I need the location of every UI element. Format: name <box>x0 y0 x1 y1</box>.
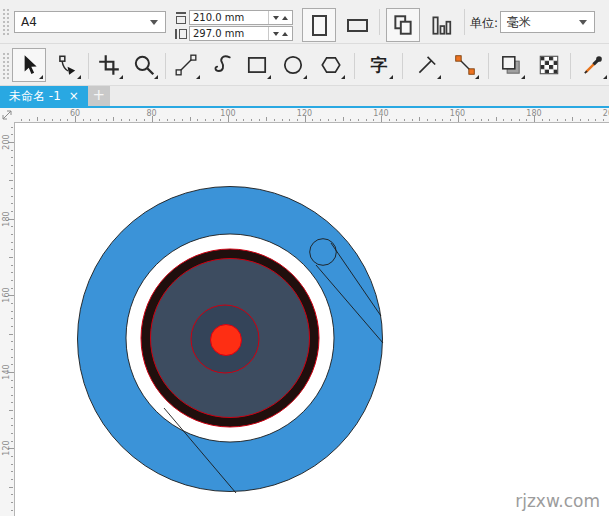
flyout-indicator-icon <box>39 75 43 79</box>
tab-close-icon[interactable]: × <box>69 90 79 102</box>
spinner-down-icon[interactable] <box>273 16 279 20</box>
ellipse-icon <box>281 53 305 77</box>
b-spline-tool-button[interactable] <box>204 48 238 82</box>
landscape-orientation-button[interactable] <box>340 8 374 42</box>
document-tab-active[interactable]: 未命名 -1 × <box>0 86 88 106</box>
portrait-icon <box>312 15 327 36</box>
units-label: 单位: <box>470 15 498 32</box>
current-page-size-button[interactable] <box>424 8 458 42</box>
document-tab-bar: 未命名 -1 × + <box>0 86 609 108</box>
portrait-orientation-button[interactable] <box>302 8 336 42</box>
all-pages-size-button[interactable] <box>386 8 420 42</box>
pick-arrow-icon <box>17 53 41 77</box>
flyout-indicator-icon <box>196 75 200 79</box>
paper-height-field[interactable]: 297.0 mm <box>189 26 293 41</box>
paper-width-value: 210.0 mm <box>190 12 268 23</box>
overlapping-pages-icon <box>391 13 415 37</box>
parallel-dimension-tool-button[interactable] <box>410 48 444 82</box>
polygon-icon <box>319 53 343 77</box>
dimension-line-icon <box>415 53 439 77</box>
paper-height-icon <box>175 28 187 40</box>
magnifier-icon <box>132 53 156 77</box>
pick-tool-button[interactable] <box>12 48 46 82</box>
straight-line-connector-tool-button[interactable] <box>448 48 482 82</box>
artwork[interactable] <box>15 123 609 516</box>
paper-width-spinner[interactable] <box>268 11 292 24</box>
flyout-indicator-icon <box>119 75 123 79</box>
checkerboard-icon <box>537 53 561 77</box>
flyout-indicator-icon <box>603 75 607 79</box>
drop-shadow-tool-button[interactable] <box>494 48 528 82</box>
paper-width-field[interactable]: 210.0 mm <box>189 10 293 25</box>
flyout-indicator-icon <box>437 75 441 79</box>
toolbar-grip[interactable] <box>2 8 10 36</box>
units-value: 毫米 <box>501 14 579 31</box>
transparency-tool-button[interactable] <box>532 48 566 82</box>
flyout-indicator-icon <box>267 75 271 79</box>
toolbar-grip[interactable] <box>2 52 10 80</box>
flyout-indicator-icon <box>341 75 345 79</box>
rectangle-icon <box>245 53 269 77</box>
paper-height-value: 297.0 mm <box>190 28 268 39</box>
color-eyedropper-tool-button[interactable] <box>576 48 609 82</box>
flyout-indicator-icon <box>303 75 307 79</box>
b-spline-icon <box>209 53 233 77</box>
spinner-down-icon[interactable] <box>273 32 279 36</box>
shape-tool-button[interactable] <box>50 48 84 82</box>
paper-height-spinner[interactable] <box>268 27 292 40</box>
text-tool-button[interactable]: 字 <box>362 48 396 82</box>
flyout-indicator-icon <box>521 75 525 79</box>
drawing-canvas[interactable]: rjzxw.com <box>14 122 609 516</box>
page-bars-icon <box>429 13 453 37</box>
crop-tool-button[interactable] <box>92 48 126 82</box>
crop-icon <box>97 53 121 77</box>
freehand-tool-button[interactable] <box>169 48 203 82</box>
flyout-indicator-icon <box>154 75 158 79</box>
new-document-tab-button[interactable]: + <box>88 86 110 106</box>
spinner-up-icon[interactable] <box>282 32 288 36</box>
landscape-icon <box>347 19 368 32</box>
chevron-down-icon <box>579 20 587 25</box>
text-tool-glyph: 字 <box>371 54 388 77</box>
toolbox: 字 <box>0 44 609 86</box>
paper-width-icon <box>175 12 187 24</box>
horizontal-ruler[interactable]: 6080100120140160180200 <box>14 108 609 122</box>
freehand-line-icon <box>174 53 198 77</box>
flyout-indicator-icon <box>475 75 479 79</box>
workspace: 6080100120140160180200 20018016014012010… <box>0 108 609 516</box>
vertical-ruler[interactable]: 200180160140120100 <box>0 122 14 516</box>
document-tab-title: 未命名 -1 <box>9 88 61 105</box>
ellipse-tool-button[interactable] <box>276 48 310 82</box>
flyout-indicator-icon <box>389 75 393 79</box>
connector-line-icon <box>453 53 477 77</box>
polygon-tool-button[interactable] <box>314 48 348 82</box>
ruler-origin-corner[interactable] <box>0 108 14 122</box>
watermark-text: rjzxw.com <box>515 491 600 511</box>
eyedropper-icon <box>581 53 605 77</box>
page-size-dropdown[interactable]: A4 <box>14 11 166 33</box>
shape-node-icon <box>55 53 79 77</box>
chevron-down-icon <box>150 20 158 25</box>
coreldraw-window: { "property_bar": { "page_size_value": "… <box>0 0 609 516</box>
rectangle-tool-button[interactable] <box>240 48 274 82</box>
center-dot[interactable] <box>211 325 242 356</box>
page-dimensions-group: 210.0 mm 297.0 mm <box>175 10 293 42</box>
property-bar: A4 210.0 mm 297.0 mm <box>0 0 609 44</box>
zoom-tool-button[interactable] <box>127 48 161 82</box>
ruler-origin-icon <box>0 108 14 122</box>
drop-shadow-icon <box>499 53 523 77</box>
page-size-value: A4 <box>15 15 150 29</box>
spinner-up-icon[interactable] <box>282 16 288 20</box>
units-dropdown[interactable]: 毫米 <box>500 11 595 33</box>
flyout-indicator-icon <box>77 75 81 79</box>
